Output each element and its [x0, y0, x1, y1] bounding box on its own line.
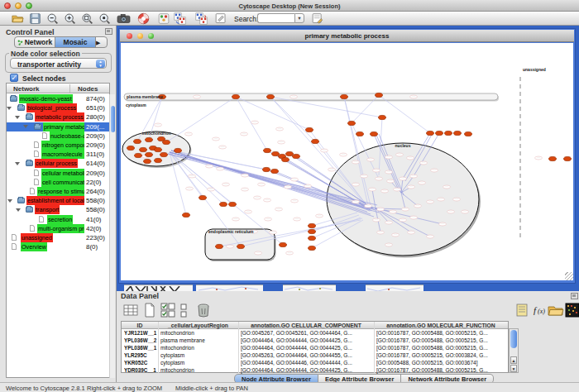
function-builder-icon[interactable]: f(x) — [532, 303, 547, 318]
svg-text:····: ···· — [401, 218, 404, 222]
background-window-fragment — [283, 284, 336, 291]
svg-text:····: ···· — [420, 181, 423, 184]
table-cell: YPL036W__1 — [124, 344, 158, 351]
search-input[interactable] — [257, 13, 294, 23]
tree-row[interactable]: establishment of localization558(0) — [7, 196, 109, 205]
scroll-down-icon[interactable]: ▼ — [510, 365, 517, 372]
network-tree-header: Network Nodes — [7, 84, 109, 93]
expander-icon[interactable] — [15, 116, 20, 119]
svg-text:····: ···· — [218, 167, 222, 170]
open-folder-icon[interactable] — [12, 12, 24, 25]
svg-text:····: ···· — [409, 231, 413, 234]
tree-row[interactable]: Overview8(0) — [7, 242, 109, 251]
tree-row[interactable]: macromolecule metabolic311(0) — [7, 150, 109, 159]
overlay-network-2-icon[interactable] — [195, 12, 208, 25]
float-data-panel-icon[interactable] — [571, 293, 578, 299]
zoom-fit-icon[interactable] — [81, 12, 93, 25]
tree-row[interactable]: nucleobase-containing compound209(0) — [7, 131, 109, 141]
overlay-network-1-icon[interactable] — [174, 12, 186, 25]
table-scrollbar[interactable]: ▲ ▼ — [509, 328, 519, 373]
table-row[interactable]: YPL036W__2plasma membrane[GO:0044464, GO… — [122, 337, 508, 344]
tree-row[interactable]: response to stimulus264(0) — [7, 187, 109, 196]
tree-row[interactable]: multi-organism process42(0) — [7, 224, 109, 233]
import-attributes-icon[interactable] — [548, 303, 564, 318]
scroll-up-icon[interactable]: ▲ — [510, 356, 517, 364]
tree-row[interactable]: nitrogen compound metabolic209(0) — [7, 141, 109, 150]
float-panel-icon[interactable] — [105, 28, 112, 35]
zoom-out-icon[interactable] — [46, 12, 59, 25]
svg-text:····: ···· — [286, 185, 290, 189]
tree-row[interactable]: metabolic process280(0) — [7, 112, 109, 122]
select-nodes-checkbox[interactable]: ✓ — [10, 74, 18, 82]
table-column-header[interactable]: ID — [122, 323, 158, 328]
zoom-in-icon[interactable] — [64, 12, 76, 25]
svg-text:····: ···· — [387, 155, 390, 159]
unselect-attributes-icon[interactable] — [179, 303, 194, 318]
file-icon — [34, 170, 39, 176]
tree-row-label: nucleobase-containing compound — [50, 131, 84, 141]
matrix-icon[interactable] — [565, 303, 579, 318]
tree-row[interactable]: unassigned223(0) — [7, 233, 109, 242]
tab-network[interactable]: Network — [15, 37, 55, 47]
status-zoom-hint: Right-click + drag to ZOOM — [87, 385, 162, 392]
tree-row[interactable]: primary metabolic process209(... — [7, 122, 109, 131]
delete-attribute-icon[interactable] — [196, 303, 211, 318]
table-row[interactable]: YDR039C__1mitochondrion[GO:0044464, GO:0… — [122, 366, 508, 374]
svg-text:····: ···· — [537, 156, 540, 160]
svg-text:····: ···· — [445, 185, 448, 189]
table-cell: [GO:0016787, GO:0005488, GO:0005215, G..… — [376, 366, 508, 374]
network-tree: Network Nodes mosaic-demo-yeast874(0)bio… — [6, 83, 110, 378]
table-cell: [GO:0044464, GO:0044444, GO:0044425, G..… — [241, 344, 374, 351]
tree-row[interactable]: secretion41(0) — [7, 215, 109, 224]
tab-overflow-arrow[interactable]: ▶ — [96, 37, 107, 47]
tree-row-count: 874(0) — [86, 94, 105, 103]
tab-mosaic[interactable]: Mosaic — [55, 37, 96, 47]
camera-icon[interactable] — [117, 12, 131, 25]
tree-row[interactable]: biological_process651(0) — [7, 103, 109, 112]
help-icon[interactable] — [137, 12, 150, 25]
resize-grip[interactable] — [565, 272, 573, 280]
tree-row[interactable]: mosaic-demo-yeast874(0) — [7, 94, 109, 103]
tree-row-label: metabolic process — [35, 112, 84, 122]
network-view-window[interactable]: primary metabolic process ··············… — [118, 28, 576, 284]
tree-row[interactable]: cellular metabolic process209(0) — [7, 169, 109, 178]
app-titlebar: Cytoscape Desktop (New Session) — [0, 0, 579, 12]
tree-row-label: macromolecule metabolic — [41, 150, 84, 159]
file-icon — [34, 151, 39, 157]
edit-search-icon[interactable] — [312, 12, 323, 25]
node-color-combobox[interactable]: transporter activity ▲▼ — [10, 58, 107, 69]
expander-icon[interactable] — [7, 199, 12, 203]
vizmapper-icon[interactable] — [158, 12, 170, 25]
attribute-grid-icon[interactable] — [123, 303, 138, 318]
zoom-selected-icon[interactable] — [98, 12, 111, 25]
expander-icon[interactable] — [15, 162, 20, 165]
expander-icon[interactable] — [16, 208, 21, 212]
save-icon[interactable] — [29, 12, 41, 25]
network-window-titlebar[interactable]: primary metabolic process — [120, 30, 574, 42]
annotation-icon[interactable] — [215, 12, 227, 25]
tree-row[interactable]: transport558(0) — [7, 205, 109, 214]
table-row[interactable]: YPL036W__1mitochondrion[GO:0044464, GO:0… — [122, 344, 508, 351]
tree-scrollbar[interactable] — [109, 94, 115, 378]
svg-text:····: ···· — [377, 177, 380, 180]
table-column-header[interactable]: annotation.GO CELLULAR_COMPONENT — [238, 323, 374, 328]
tree-row[interactable]: cell communication22(0) — [7, 178, 109, 187]
svg-text:····: ···· — [246, 210, 250, 213]
table-row[interactable]: YJR121W__1mitochondrion[GO:0045267, GO:0… — [122, 329, 508, 337]
search-dropdown-button[interactable]: ▼ — [294, 13, 304, 23]
tree-row[interactable]: cellular process614(0) — [7, 159, 109, 168]
table-column-header[interactable]: annotation.GO MOLECULAR_FUNCTION — [374, 323, 508, 328]
table-column-header[interactable]: _cellularLayoutRegion — [158, 323, 238, 328]
table-row[interactable]: YKR052Ccytoplasm[GO:0044464, GO:0044446,… — [122, 359, 508, 366]
svg-text:····: ···· — [375, 169, 378, 172]
select-attributes-icon[interactable] — [160, 303, 175, 318]
expander-icon[interactable] — [23, 125, 28, 128]
notepad-icon[interactable] — [514, 303, 529, 318]
svg-text:····: ···· — [280, 141, 283, 144]
new-attribute-icon[interactable] — [142, 303, 157, 318]
table-row[interactable]: YLR295Ccytoplasm[GO:0045263, GO:0044464,… — [122, 351, 508, 359]
expander-icon[interactable] — [7, 107, 12, 110]
svg-text:unassigned: unassigned — [523, 67, 546, 72]
background-window-fragment — [196, 284, 263, 291]
network-canvas[interactable]: ········································… — [121, 43, 573, 280]
